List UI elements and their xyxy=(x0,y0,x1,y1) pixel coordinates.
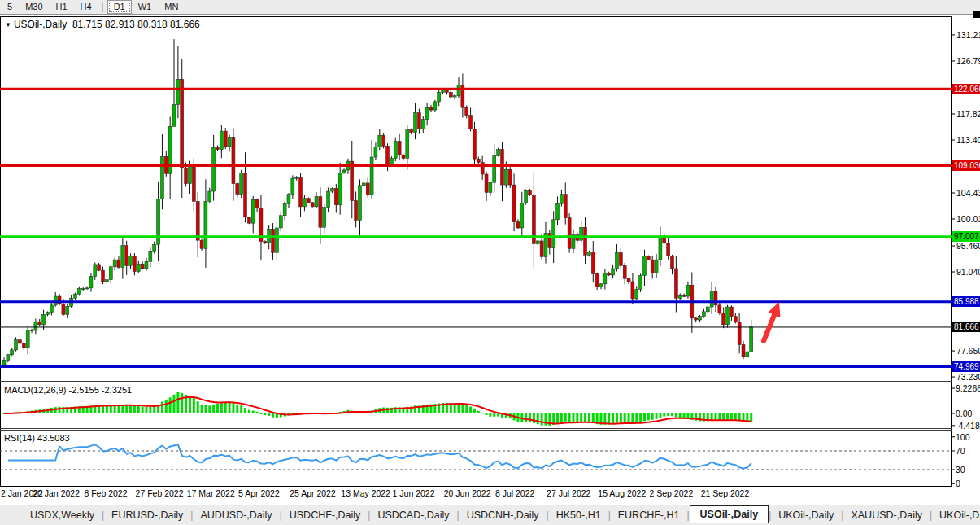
candle-body xyxy=(299,177,303,207)
macd-histogram-bar xyxy=(703,413,705,422)
macd-histogram-bar xyxy=(268,413,270,416)
bullish-arrow-head[interactable] xyxy=(769,302,781,318)
macd-histogram-bar xyxy=(639,413,642,422)
chart-tab-ukoil-da[interactable]: UKOil-,Da xyxy=(932,507,980,523)
macd-histogram-bar xyxy=(181,393,183,413)
bullish-arrow-shaft[interactable] xyxy=(764,315,774,341)
candle-body xyxy=(287,195,290,204)
macd-histogram-bar xyxy=(635,413,638,423)
candle-body xyxy=(311,203,314,207)
macd-histogram-bar xyxy=(157,405,159,413)
symbol-dropdown-icon[interactable]: ▼ xyxy=(5,21,11,28)
candle-body xyxy=(259,208,263,241)
candle-body xyxy=(750,327,753,352)
candle-body xyxy=(453,96,456,97)
candle-body xyxy=(216,147,219,149)
candle-body xyxy=(11,350,14,355)
timeframe-button-m30[interactable]: M30 xyxy=(19,0,49,14)
chart-tab-usdcad-daily[interactable]: USDCAD-,Daily xyxy=(370,507,456,523)
macd-histogram-bar xyxy=(560,413,563,422)
candle-body xyxy=(157,199,160,244)
macd-histogram-bar xyxy=(371,410,373,413)
candle-body xyxy=(358,186,361,221)
macd-histogram-bar xyxy=(114,405,116,413)
macd-histogram-bar xyxy=(374,409,377,413)
macd-histogram-bar xyxy=(276,413,278,418)
price-tick-label: 91.040 xyxy=(956,267,980,277)
candle-body xyxy=(125,246,128,266)
macd-histogram-bar xyxy=(656,413,658,419)
date-tick-label: 25 Apr 2022 xyxy=(290,488,336,498)
macd-histogram-bar xyxy=(707,413,709,421)
candle-body xyxy=(497,150,500,156)
chart-tab-usdchf-daily[interactable]: USDCHF-,Daily xyxy=(282,507,368,523)
candle-body xyxy=(730,307,733,317)
candle-body xyxy=(603,273,607,284)
macd-histogram-bar xyxy=(133,405,136,413)
chart-tab-audusd-daily[interactable]: AUDUSD-,Daily xyxy=(193,507,279,523)
timeframe-button-d1[interactable]: D1 xyxy=(107,0,132,14)
toolbar-separator xyxy=(102,2,103,12)
macd-scale-label: 0.00 xyxy=(956,409,972,418)
candle-body xyxy=(137,264,140,271)
chart-tab-usoil-daily[interactable]: USOil-,Daily xyxy=(690,505,769,523)
candle-body xyxy=(540,241,543,257)
candle-body xyxy=(699,317,702,320)
candle-body xyxy=(382,135,385,146)
macd-histogram-bar xyxy=(647,413,650,420)
chart-tab-eurchf-h1[interactable]: EURCHF-,H1 xyxy=(611,507,687,523)
macd-histogram-bar xyxy=(129,405,132,413)
macd-histogram-bar xyxy=(351,411,353,413)
macd-histogram-bar xyxy=(426,405,429,413)
macd-histogram-bar xyxy=(232,403,234,413)
candle-body xyxy=(599,284,603,287)
macd-histogram-bar xyxy=(683,413,686,418)
candle-body xyxy=(77,289,81,295)
macd-histogram-bar xyxy=(295,413,298,413)
macd-histogram-bar xyxy=(62,407,64,413)
macd-histogram-bar xyxy=(185,395,187,413)
chart-tab-usdx-weekly[interactable]: USDX,Weekly xyxy=(23,507,102,523)
macd-histogram-bar xyxy=(734,413,737,420)
macd-histogram-bar xyxy=(212,405,215,413)
chart-tab-usdcnh-daily[interactable]: USDCNH-,Daily xyxy=(460,507,547,523)
candle-body xyxy=(66,306,69,314)
timeframe-button-w1[interactable]: W1 xyxy=(132,0,159,14)
timeframe-button-mn[interactable]: MN xyxy=(158,0,185,14)
candle-body xyxy=(552,220,555,248)
macd-histogram-bar xyxy=(307,413,310,413)
macd-histogram-bar xyxy=(89,405,92,413)
macd-histogram-bar xyxy=(331,413,333,413)
price-tick-label: 117.820 xyxy=(956,109,980,119)
macd-histogram-bar xyxy=(272,413,274,418)
macd-histogram-bar xyxy=(576,413,578,422)
candle-body xyxy=(81,289,85,290)
chart-tab-eurusd-daily[interactable]: EURUSD-,Daily xyxy=(104,507,190,523)
candle-body xyxy=(346,161,350,170)
candle-body xyxy=(402,155,405,158)
macd-histogram-bar xyxy=(481,413,484,413)
macd-histogram-bar xyxy=(240,405,242,413)
macd-histogram-bar xyxy=(31,411,33,413)
timeframe-button-5[interactable]: 5 xyxy=(1,0,19,14)
macd-histogram-bar xyxy=(686,413,689,418)
macd-histogram-bar xyxy=(529,413,531,422)
chart-tab-hk50-h1[interactable]: HK50-,H1 xyxy=(549,507,608,523)
macd-histogram-bar xyxy=(367,412,369,413)
timeframe-button-h4[interactable]: H4 xyxy=(74,0,98,14)
chart-tab-ukoil-daily[interactable]: UKOil-,Daily xyxy=(771,507,841,523)
chart-tab-xauusd-daily[interactable]: XAUUSD-,Daily xyxy=(843,507,930,523)
candle-body xyxy=(477,159,480,162)
candle-body xyxy=(370,157,373,195)
macd-histogram-bar xyxy=(38,409,41,413)
candle-body xyxy=(421,120,425,129)
candle-body xyxy=(196,201,199,240)
macd-histogram-bar xyxy=(291,413,294,414)
candle-body xyxy=(283,203,286,215)
candle-body xyxy=(718,305,721,313)
candle-body xyxy=(268,229,271,243)
candle-body xyxy=(30,330,33,330)
candle-body xyxy=(34,322,37,330)
candle-body xyxy=(149,251,152,261)
timeframe-button-h1[interactable]: H1 xyxy=(50,0,74,14)
